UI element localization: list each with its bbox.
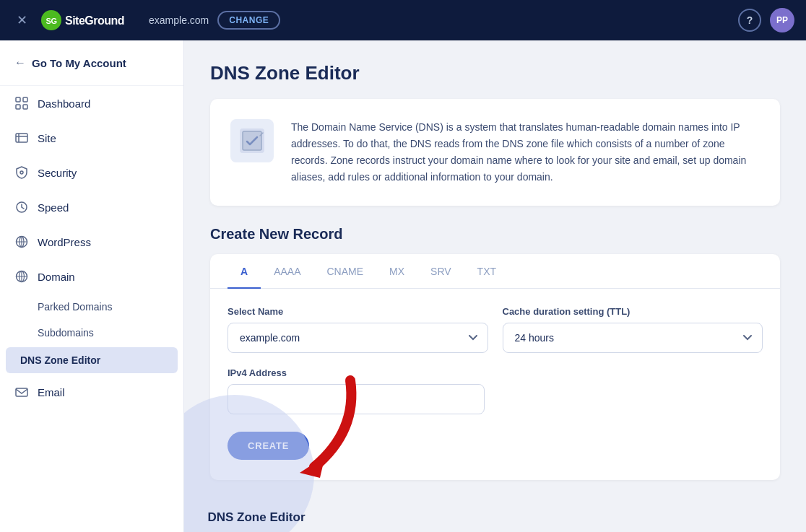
sidebar-item-site[interactable]: Site	[0, 121, 183, 155]
select-name-group: Select Name example.com	[228, 306, 488, 353]
close-icon[interactable]: ✕	[12, 10, 32, 30]
user-avatar[interactable]: PP	[770, 8, 794, 32]
tab-srv[interactable]: SRV	[417, 254, 464, 289]
change-domain-button[interactable]: CHANGE	[217, 11, 280, 30]
sidebar-item-security[interactable]: Security	[0, 155, 183, 190]
svg-rect-5	[16, 105, 20, 109]
top-navigation: ✕ SG SiteGround example.com CHANGE ? PP	[0, 0, 806, 40]
sidebar-item-dns-zone-editor[interactable]: DNS Zone Editor	[6, 347, 178, 373]
select-name-label: Select Name	[228, 306, 488, 317]
svg-rect-4	[23, 97, 27, 102]
wordpress-icon	[14, 235, 29, 249]
help-icon[interactable]: ?	[738, 9, 761, 32]
create-record-title: Create New Record	[210, 226, 780, 243]
dns-circle-label: DNS Zone Editor	[207, 510, 305, 524]
svg-rect-18	[243, 131, 261, 150]
security-icon	[14, 165, 29, 180]
create-button[interactable]: CREATE	[228, 432, 309, 460]
svg-rect-16	[16, 388, 27, 396]
sidebar-item-speed[interactable]: Speed	[0, 190, 183, 224]
create-record-card: A AAAA CNAME MX SRV TXT Select Name exam…	[210, 254, 780, 480]
current-domain: example.com	[149, 14, 209, 26]
tab-a[interactable]: A	[228, 254, 261, 289]
back-arrow-icon: ←	[14, 56, 26, 69]
tab-txt[interactable]: TXT	[464, 254, 509, 289]
sidebar-item-email[interactable]: Email	[0, 375, 183, 409]
tab-aaaa[interactable]: AAAA	[261, 254, 313, 289]
email-icon	[14, 385, 29, 399]
ttl-dropdown[interactable]: 24 hours	[503, 323, 763, 353]
sidebar-item-subdomains[interactable]: Subdomains	[0, 320, 183, 346]
main-layout: ← Go To My Account Dashboard	[0, 40, 806, 532]
site-icon	[14, 131, 29, 145]
dns-illustration-icon	[230, 119, 274, 162]
svg-rect-7	[16, 134, 27, 142]
sidebar-item-parked-domains[interactable]: Parked Domains	[0, 294, 183, 320]
sidebar-item-wordpress[interactable]: WordPress	[0, 224, 183, 259]
speed-icon	[14, 200, 29, 214]
form-row-name-ttl: Select Name example.com Cache duration s…	[228, 306, 763, 353]
ipv4-label: IPv4 Address	[228, 367, 485, 378]
dashboard-icon	[14, 96, 29, 110]
site-logo: SG SiteGround	[40, 9, 134, 31]
svg-point-10	[20, 171, 23, 174]
main-content: DNS Zone Editor The Domain Name Service …	[184, 40, 806, 502]
svg-text:SG: SG	[46, 17, 57, 25]
page-title: DNS Zone Editor	[210, 62, 780, 84]
tab-cname[interactable]: CNAME	[313, 254, 376, 289]
go-to-account-link[interactable]: ← Go To My Account	[0, 40, 183, 86]
select-name-dropdown[interactable]: example.com	[228, 323, 488, 353]
domain-icon	[14, 269, 29, 284]
sidebar-item-domain[interactable]: Domain	[0, 259, 183, 294]
ttl-group: Cache duration setting (TTL) 24 hours	[503, 306, 763, 353]
record-form: Select Name example.com Cache duration s…	[210, 289, 780, 414]
form-row-ipv4: IPv4 Address	[228, 367, 763, 414]
svg-rect-6	[23, 105, 27, 109]
info-card: The Domain Name Service (DNS) is a syste…	[210, 99, 780, 206]
info-card-text: The Domain Name Service (DNS) is a syste…	[291, 119, 760, 186]
sidebar: ← Go To My Account Dashboard	[0, 40, 184, 532]
tab-mx[interactable]: MX	[376, 254, 417, 289]
ipv4-group: IPv4 Address	[228, 367, 485, 414]
svg-rect-3	[16, 97, 20, 102]
ipv4-input[interactable]	[228, 384, 485, 414]
ttl-label: Cache duration setting (TTL)	[503, 306, 763, 317]
sidebar-item-dashboard[interactable]: Dashboard	[0, 86, 183, 121]
svg-text:SiteGround: SiteGround	[65, 14, 124, 27]
record-type-tabs: A AAAA CNAME MX SRV TXT	[210, 254, 780, 289]
